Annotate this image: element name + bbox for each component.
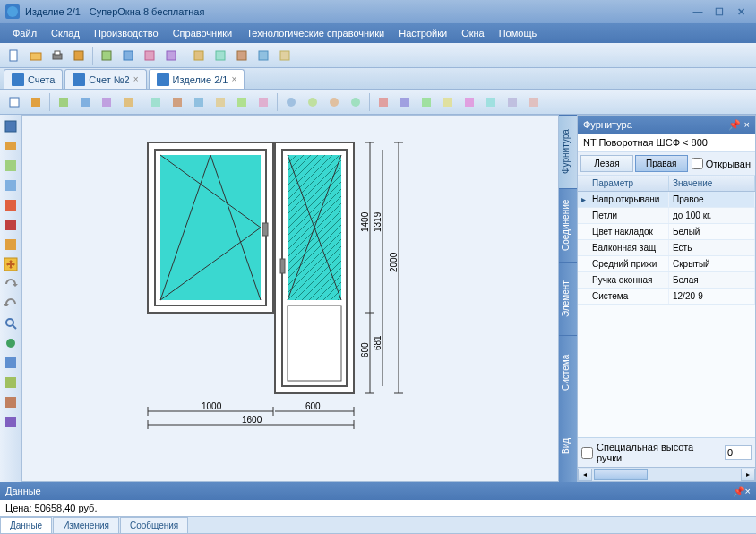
et-btn10-icon[interactable] [210, 92, 230, 112]
et-btn24-icon[interactable] [524, 92, 544, 112]
special-height-checkbox[interactable] [581, 447, 593, 459]
bottom-tab-changes[interactable]: Изменения [53, 517, 119, 533]
et-btn22-icon[interactable] [481, 92, 501, 112]
et-btn19-icon[interactable] [417, 92, 436, 112]
lt-zoom-icon[interactable] [3, 315, 19, 332]
table-row[interactable]: Средний прижиСкрытый [578, 256, 755, 272]
menu-production[interactable]: Производство [87, 25, 166, 41]
et-btn4-icon[interactable] [75, 92, 95, 112]
drawing-canvas[interactable]: 1000 600 1600 1400 1319 2000 600 681 [21, 115, 559, 482]
table-row[interactable]: Цвет накладокБелый [578, 224, 755, 240]
tb-open-icon[interactable] [26, 46, 46, 65]
tab-product[interactable]: Изделие 2/1× [149, 69, 245, 89]
et-btn16-icon[interactable] [346, 92, 365, 112]
lt-btn14-icon[interactable] [3, 375, 19, 391]
minimize-button[interactable]: — [688, 4, 708, 20]
scroll-left-icon[interactable]: ◂ [578, 469, 592, 481]
tab-close-icon[interactable]: × [133, 74, 139, 84]
et-btn23-icon[interactable] [503, 92, 522, 112]
et-btn20-icon[interactable] [438, 92, 458, 112]
et-btn17-icon[interactable] [374, 92, 393, 112]
tb-btn12-icon[interactable] [253, 46, 273, 65]
et-btn11-icon[interactable] [232, 92, 252, 112]
table-row[interactable]: Петлидо 100 кг. [578, 208, 755, 224]
menu-help[interactable]: Помощь [492, 25, 545, 41]
vtab-element[interactable]: Элемент [559, 262, 577, 335]
horizontal-scrollbar[interactable]: ◂ ▸ [578, 467, 755, 481]
close-panel-icon[interactable]: × [745, 486, 751, 496]
menu-windows[interactable]: Окна [454, 25, 492, 41]
lt-undo-icon[interactable] [3, 276, 19, 292]
menu-refs[interactable]: Справочники [166, 25, 240, 41]
tb-btn4-icon[interactable] [69, 46, 89, 65]
menu-file[interactable]: Файл [5, 25, 44, 41]
scroll-right-icon[interactable]: ▸ [741, 469, 755, 481]
table-row[interactable]: ▸Напр.открываниПравое [578, 192, 755, 208]
svg-rect-32 [400, 98, 409, 107]
lt-save-icon[interactable] [3, 118, 19, 134]
et-btn2-icon[interactable] [26, 92, 46, 112]
et-btn15-icon[interactable] [324, 92, 344, 112]
menu-stock[interactable]: Склад [44, 25, 87, 41]
lt-move-icon[interactable] [3, 256, 19, 272]
vtab-view[interactable]: Вид [559, 409, 577, 482]
lt-btn6-icon[interactable] [3, 217, 19, 233]
lt-redo-icon[interactable] [3, 296, 19, 312]
et-btn6-icon[interactable] [118, 92, 138, 112]
lt-btn4-icon[interactable] [3, 177, 19, 194]
lt-btn2-icon[interactable] [3, 138, 19, 154]
vtab-system[interactable]: Система [559, 335, 577, 409]
tab-accounts[interactable]: Счета [4, 69, 63, 89]
lt-btn16-icon[interactable] [3, 414, 19, 430]
lt-btn7-icon[interactable] [3, 237, 19, 253]
vtab-connection[interactable]: Соединение [559, 188, 577, 262]
lt-btn12-icon[interactable] [3, 335, 19, 351]
tb-new-icon[interactable] [4, 46, 24, 65]
menu-settings[interactable]: Настройки [391, 25, 454, 41]
pin-icon[interactable]: 📌 [728, 119, 741, 131]
et-btn14-icon[interactable] [303, 92, 322, 112]
tb-btn7-icon[interactable] [140, 46, 159, 65]
tab-close-icon[interactable]: × [231, 74, 236, 84]
tb-btn8-icon[interactable] [161, 46, 181, 65]
lt-btn13-icon[interactable] [3, 355, 19, 371]
lt-btn15-icon[interactable] [3, 394, 19, 410]
tb-btn5-icon[interactable] [97, 46, 116, 65]
tb-print-icon[interactable] [47, 46, 67, 65]
vtab-hardware[interactable]: Фурнитура [559, 115, 577, 188]
et-btn3-icon[interactable] [54, 92, 73, 112]
bottom-tab-data[interactable]: Данные [0, 517, 52, 533]
et-btn7-icon[interactable] [146, 92, 166, 112]
svg-rect-45 [5, 239, 16, 250]
tb-btn13-icon[interactable] [275, 46, 295, 65]
lt-btn3-icon[interactable] [3, 158, 19, 174]
et-btn5-icon[interactable] [97, 92, 116, 112]
side-left-button[interactable]: Левая [580, 155, 633, 172]
tb-btn10-icon[interactable] [210, 46, 230, 65]
et-btn8-icon[interactable] [168, 92, 187, 112]
et-btn13-icon[interactable] [281, 92, 301, 112]
lt-btn5-icon[interactable] [3, 197, 19, 213]
et-btn21-icon[interactable] [460, 92, 479, 112]
table-row[interactable]: Система12/20-9 [578, 289, 755, 305]
tb-btn11-icon[interactable] [232, 46, 252, 65]
bottom-tab-messages[interactable]: Сообщения [120, 517, 188, 533]
tb-btn6-icon[interactable] [118, 46, 138, 65]
menu-techrefs[interactable]: Технологические справочники [239, 25, 391, 41]
opening-checkbox[interactable]: Открыван [690, 155, 752, 172]
scroll-thumb[interactable] [594, 469, 648, 480]
et-btn1-icon[interactable] [4, 92, 24, 112]
et-btn9-icon[interactable] [189, 92, 209, 112]
et-btn12-icon[interactable] [253, 92, 273, 112]
pin-icon[interactable]: 📌 [733, 486, 745, 497]
tb-btn9-icon[interactable] [189, 46, 209, 65]
table-row[interactable]: Балконная защЕсть [578, 240, 755, 256]
tab-account-2[interactable]: Счет №2× [64, 69, 146, 89]
et-btn18-icon[interactable] [395, 92, 415, 112]
close-panel-icon[interactable]: × [744, 119, 750, 130]
maximize-button[interactable]: ☐ [709, 4, 729, 20]
close-button[interactable]: ✕ [731, 4, 751, 20]
table-row[interactable]: Ручка оконнаяБелая [578, 272, 755, 289]
special-height-input[interactable] [725, 445, 752, 460]
side-right-button[interactable]: Правая [635, 155, 688, 172]
